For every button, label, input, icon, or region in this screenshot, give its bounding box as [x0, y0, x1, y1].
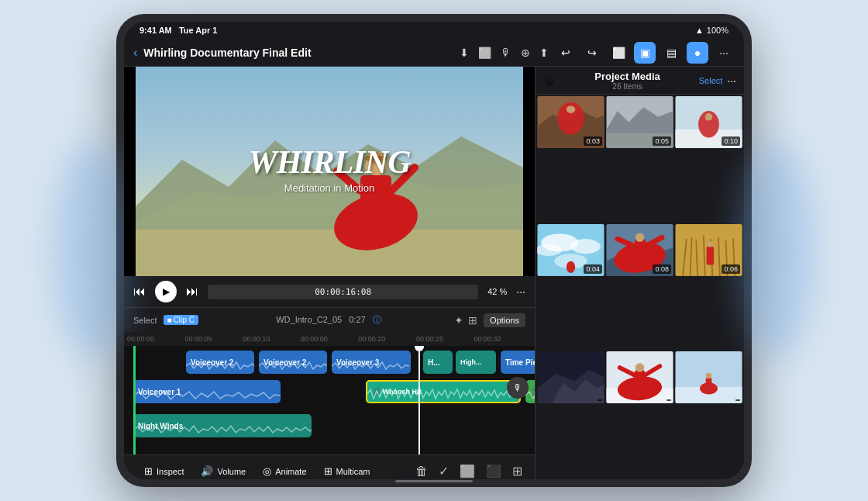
media-grid: 0:03 0:05 [536, 95, 744, 479]
more-options-button[interactable]: ··· [713, 42, 735, 64]
play-button[interactable]: ▶ [155, 281, 177, 302]
ruler-marks: 00:00:00 00:00:05 00:00:10 00:00:00 00:0… [127, 335, 532, 343]
title-actions: ⬇ ⬜ 🎙 ⊕ ⬆ [460, 47, 549, 59]
battery-icon: 100% [707, 26, 728, 35]
thumb-3-duration: 0:10 [722, 136, 740, 146]
volume-tool[interactable]: 🔊 Volume [193, 462, 253, 479]
media-thumb-5[interactable]: 0:08 [606, 224, 673, 276]
media-thumb-7[interactable] [537, 351, 604, 403]
animate-icon: ◎ [263, 465, 271, 477]
zoom-level: 42 % [487, 287, 507, 296]
volume-icon: 🔊 [201, 465, 213, 477]
inspect-tool[interactable]: ⊞ Inspect [136, 462, 191, 479]
svg-point-21 [705, 113, 713, 121]
ruler-time-2: 00:00:10 [243, 335, 301, 343]
inspect-label: Inspect [157, 467, 184, 476]
download-icon[interactable]: ⬇ [460, 47, 469, 59]
add-icon[interactable]: ⊕ [521, 47, 530, 59]
media-browser-title: Project Media [560, 71, 694, 82]
multicam-tool[interactable]: ⊞ Multicam [316, 462, 378, 479]
ruler-time-5: 00:00:25 [416, 335, 474, 343]
video-title-sub: Meditation in Motion [248, 182, 410, 194]
clip-duration: 0:27 [349, 315, 365, 324]
clip-badge: ■ Clip C [164, 315, 198, 325]
delete-icon[interactable]: 🗑 [415, 465, 428, 479]
microphone-icon[interactable]: 🎙 [501, 47, 512, 59]
media-thumb-3[interactable]: 0:10 [675, 96, 742, 148]
media-thumb-1[interactable]: 0:03 [537, 96, 604, 148]
speaker-visual-left [54, 142, 132, 359]
crop-icon[interactable]: ⊞ [468, 314, 477, 327]
clip-voiceover2b[interactable]: Voiceover 2 [259, 351, 327, 374]
clip-voiceover1[interactable]: Voiceover 1 [133, 380, 281, 403]
split-icon[interactable]: ⬜ [460, 464, 475, 479]
media-thumb-6[interactable]: 0:06 [675, 224, 742, 276]
clip-highlight2[interactable]: High... [456, 351, 496, 374]
project-title: Whirling Documentary Final Edit [143, 47, 453, 59]
wifi-icon: ▲ [695, 26, 704, 35]
clip-label: Clip C [174, 316, 195, 324]
screen-record-icon[interactable]: ⬜ [478, 47, 491, 59]
select-media-button[interactable]: Select [699, 76, 723, 85]
skip-forward-button[interactable]: ⏭ [186, 285, 198, 299]
tablet-screen: 9:41 AM Tue Apr 1 ▲ 100% ‹ Whirling Docu… [124, 22, 744, 479]
media-thumb-4[interactable]: 0:04 [537, 224, 604, 276]
svg-rect-3 [136, 230, 523, 276]
media-browser-header: ☺ Project Media 26 Items Select ··· [536, 67, 744, 95]
toolbar-right: ↩ ↪ ⬜ ▣ ▤ ● ··· [555, 42, 735, 64]
photo-button[interactable]: ▣ [634, 42, 656, 64]
video-preview: WHIRLING Meditation in Motion [124, 67, 535, 276]
zoom-value: 42 [487, 287, 497, 296]
playback-controls: ⏮ ▶ ⏭ 00:00:16:08 42 % ··· [124, 276, 535, 307]
ruler-time-0: 00:00:00 [127, 335, 185, 343]
playhead[interactable] [418, 346, 420, 454]
media-thumb-9[interactable] [675, 351, 742, 403]
clip-nightwinds[interactable]: Night Winds [133, 414, 312, 437]
media-browser-title-group: Project Media 26 Items [560, 71, 694, 91]
layout-button[interactable]: ⬜ [608, 42, 629, 64]
right-panel: ☺ Project Media 26 Items Select ··· [535, 67, 744, 479]
check-icon[interactable]: ✓ [439, 464, 449, 479]
in-point-marker [133, 346, 136, 454]
svg-point-53 [636, 364, 644, 372]
select-label: Select [133, 316, 157, 325]
clip-highlight1[interactable]: H... [423, 351, 453, 374]
svg-point-27 [567, 261, 575, 272]
back-button[interactable]: ‹ [133, 46, 137, 60]
detach-icon[interactable]: ⬛ [486, 464, 501, 479]
bottom-actions: 🗑 ✓ ⬜ ⬛ ⊞ [415, 464, 522, 479]
enhance-icon[interactable]: ✦ [454, 314, 463, 327]
grid-button[interactable]: ▤ [660, 42, 682, 64]
emoji-button[interactable]: ☺ [543, 74, 556, 88]
track-row-2: Voiceover 1 🎵 Whoosh Hit 🎵 Inertia [124, 378, 535, 408]
ruler-time-4: 00:00:20 [358, 335, 416, 343]
clip-timepiece[interactable]: Time Piece [501, 351, 535, 374]
color-button[interactable]: ● [687, 42, 708, 64]
animate-tool[interactable]: ◎ Animate [255, 462, 314, 479]
clip-voiceover2a[interactable]: Voiceover 2 [186, 351, 254, 374]
timeline-clip-info: WD_Intro_C2_05 0:27 ⓘ [205, 314, 448, 326]
options-button[interactable]: Options [484, 313, 525, 327]
more-media-button[interactable]: ··· [727, 74, 736, 87]
audio-knob[interactable]: 🎙 [507, 377, 529, 399]
animate-label: Animate [275, 467, 306, 476]
media-thumb-8[interactable] [606, 351, 673, 403]
svg-rect-59 [706, 378, 712, 391]
clip-whooshhit[interactable]: 🎵 Whoosh Hit [366, 380, 521, 403]
info-icon[interactable]: ⓘ [373, 315, 381, 324]
clip-voiceover3[interactable]: Voiceover 3 [332, 351, 411, 374]
skip-back-button[interactable]: ⏮ [133, 285, 146, 299]
multicam-label: Multicam [336, 467, 370, 476]
media-thumb-2[interactable]: 0:05 [606, 96, 673, 148]
status-time: 9:41 AM [140, 26, 172, 35]
redo-button[interactable]: ↪ [581, 42, 603, 64]
trim-icon[interactable]: ⊞ [512, 464, 522, 479]
thumb-6-duration: 0:06 [722, 264, 740, 274]
timecode-display: 00:00:16:08 [208, 285, 478, 299]
share-icon[interactable]: ⬆ [539, 47, 549, 59]
speaker-visual-right [736, 142, 814, 359]
svg-rect-44 [707, 246, 715, 264]
undo-button[interactable]: ↩ [555, 42, 577, 64]
more-button[interactable]: ··· [516, 285, 525, 298]
bottom-toolbar: ⊞ Inspect 🔊 Volume ◎ Animate ⊞ [124, 454, 535, 479]
